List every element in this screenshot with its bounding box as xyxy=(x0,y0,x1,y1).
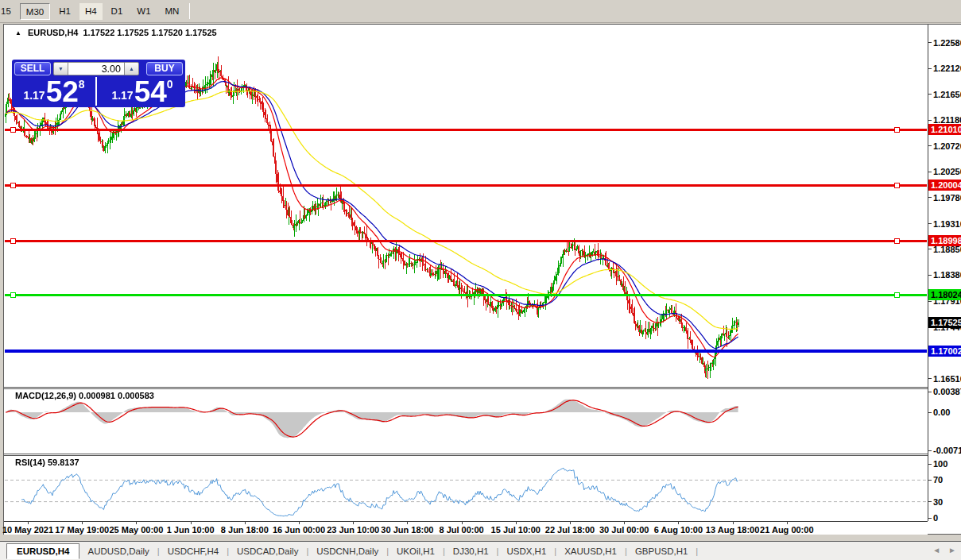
price-axis-label: 1.19310 xyxy=(933,218,961,230)
date-axis: 10 May 202117 May 19:0025 May 00:001 Jun… xyxy=(4,521,928,535)
date-axis-tick xyxy=(28,522,29,524)
date-axis-label: 16 Jun 00:00 xyxy=(273,525,325,535)
price-axis-label: 0 xyxy=(933,512,938,523)
tab-scroll-right-icon[interactable]: ► xyxy=(948,546,956,554)
chart-title: ▲ EURUSD,H4 1.17522 1.17525 1.17520 1.17… xyxy=(15,27,217,38)
price-axis-tick xyxy=(928,172,932,172)
price-axis-label: 1.18380 xyxy=(933,269,961,280)
date-axis-tick xyxy=(299,522,300,524)
price-axis-tick xyxy=(928,197,932,198)
date-axis-label: 8 Jun 18:00 xyxy=(221,525,269,535)
price-axis-label: 70 xyxy=(933,474,943,485)
price-axis-label: 30 xyxy=(933,496,943,508)
ask-price-pip: 0 xyxy=(167,78,173,91)
rsi-canvas[interactable] xyxy=(5,457,927,521)
date-axis-tick xyxy=(516,522,517,524)
price-tag: 1.18024 xyxy=(928,289,961,300)
price-axis-tick xyxy=(928,378,932,379)
price-axis-tick xyxy=(928,412,932,413)
price-tag: 1.17525 xyxy=(928,317,961,328)
chart-tab-dj30[interactable]: DJ30,H1 xyxy=(445,543,497,559)
date-axis-label: 8 Jul 00:00 xyxy=(439,525,483,535)
timeframe-button-15[interactable]: 15 xyxy=(0,3,17,20)
main-price-plot[interactable]: ▲ EURUSD,H4 1.17522 1.17525 1.17520 1.17… xyxy=(4,25,927,387)
volume-increase-button[interactable]: ▲ xyxy=(124,62,139,75)
volume-decrease-button[interactable]: ▼ xyxy=(53,62,68,75)
date-axis-tick xyxy=(787,522,788,524)
timeframe-button-m30[interactable]: M30 xyxy=(20,3,50,20)
mt4-terminal: 15M30H1H4D1W1MN ▲ EURUSD,H4 1.17522 1.17… xyxy=(0,0,961,560)
chart-tab-ukoil[interactable]: UKOil,H1 xyxy=(389,543,443,559)
timeframe-button-h1[interactable]: H1 xyxy=(53,3,76,20)
price-axis-tick xyxy=(928,42,932,43)
date-axis-tick xyxy=(136,522,137,524)
one-click-trading-panel: SELL ▼ 3.00 ▲ BUY 1.17 52 8 1.17 54 0 xyxy=(12,60,185,107)
chart-tab-usdcnh[interactable]: USDCNH,Daily xyxy=(308,543,386,559)
bid-price-main: 52 xyxy=(46,80,79,104)
collapse-triangle-icon[interactable]: ▲ xyxy=(15,29,21,37)
bid-price-display[interactable]: 1.17 52 8 xyxy=(13,77,97,106)
chart-tab-audusd[interactable]: AUDUSD,Daily xyxy=(79,543,157,559)
rsi-label: RSI(14) 59.8137 xyxy=(15,458,79,467)
price-axis-label: 1.20720 xyxy=(933,141,961,152)
timeframe-button-d1[interactable]: D1 xyxy=(106,3,129,20)
chart-tab-usdchf[interactable]: USDCHF,H4 xyxy=(160,543,227,559)
date-axis-tick xyxy=(462,522,463,524)
price-axis-label: 1.22120 xyxy=(933,63,961,74)
price-axis-tick xyxy=(928,480,932,481)
toolbar-separator xyxy=(189,3,190,19)
date-axis-label: 6 Aug 10:00 xyxy=(654,525,703,535)
chart-tab-usdx[interactable]: USDX,H1 xyxy=(498,543,554,559)
price-axis-tick xyxy=(928,223,932,224)
chart-title-ohlc: 1.17522 1.17525 1.17520 1.17525 xyxy=(83,28,217,37)
date-axis-tick xyxy=(82,522,83,524)
tab-scroll-left-icon[interactable]: ◄ xyxy=(932,546,940,554)
chart-tab-xauusd[interactable]: XAUUSD,H1 xyxy=(556,543,625,559)
date-axis-tick xyxy=(353,522,354,524)
date-axis-tick xyxy=(624,522,625,524)
chart-tab-bar: EURUSD,H4AUDUSD,Daily|USDCHF,H4|USDCAD,D… xyxy=(0,541,961,560)
date-axis-tick xyxy=(407,522,408,524)
price-axis-tick xyxy=(928,120,932,121)
price-axis-tick xyxy=(928,518,932,519)
date-axis-label: 10 May 2021 xyxy=(2,525,53,535)
date-axis-label: 1 Jun 10:00 xyxy=(167,525,215,535)
ask-price-display[interactable]: 1.17 54 0 xyxy=(100,77,184,106)
price-axis-label: -0.00719 xyxy=(933,445,961,456)
price-axis: 1.225801.221201.216501.211801.207201.202… xyxy=(928,25,961,521)
tab-separator: | xyxy=(696,546,698,556)
buy-button[interactable]: BUY xyxy=(146,62,183,75)
ask-price-main: 54 xyxy=(134,80,167,104)
bottom-strip xyxy=(0,535,961,541)
date-axis-label: 15 Jul 10:00 xyxy=(491,525,541,535)
price-axis-label: 1.20250 xyxy=(933,166,961,177)
date-axis-tick xyxy=(570,522,571,524)
price-axis-label: 100 xyxy=(933,458,947,469)
ask-price-prefix: 1.17 xyxy=(111,89,133,102)
volume-input[interactable]: 3.00 xyxy=(68,62,124,75)
price-axis-tick xyxy=(928,301,932,302)
chart-window: ▲ EURUSD,H4 1.17522 1.17525 1.17520 1.17… xyxy=(3,24,961,535)
panel-separator[interactable] xyxy=(4,454,928,456)
macd-label: MACD(12,26,9) 0.000981 0.000583 xyxy=(15,391,154,400)
timeframe-button-h4[interactable]: H4 xyxy=(79,3,103,20)
sell-button[interactable]: SELL xyxy=(14,62,51,75)
price-axis-tick xyxy=(928,501,932,502)
chart-tab-usdcad[interactable]: USDCAD,Daily xyxy=(229,543,306,559)
price-axis-tick xyxy=(928,94,932,95)
price-tag: 1.20004 xyxy=(928,180,961,191)
price-tag: 1.18998 xyxy=(928,235,961,246)
price-axis-tick xyxy=(928,275,932,276)
timeframe-toolbar: 15M30H1H4D1W1MN xyxy=(0,0,961,23)
timeframe-button-mn[interactable]: MN xyxy=(160,3,185,20)
chart-tab-eurusd[interactable]: EURUSD,H4 xyxy=(6,543,79,559)
date-axis-tick xyxy=(245,522,246,524)
timeframe-button-w1[interactable]: W1 xyxy=(131,3,156,20)
date-axis-label: 21 Aug 00:00 xyxy=(760,525,813,535)
date-axis-tick xyxy=(191,522,192,524)
chart-tab-gbpusd[interactable]: GBPUSD,H1 xyxy=(627,543,696,559)
price-axis-label: 1.16510 xyxy=(933,373,961,384)
date-axis-label: 30 Jul 00:00 xyxy=(599,525,649,535)
bid-price-pip: 8 xyxy=(79,78,85,91)
date-axis-label: 23 Jun 10:00 xyxy=(327,525,379,535)
